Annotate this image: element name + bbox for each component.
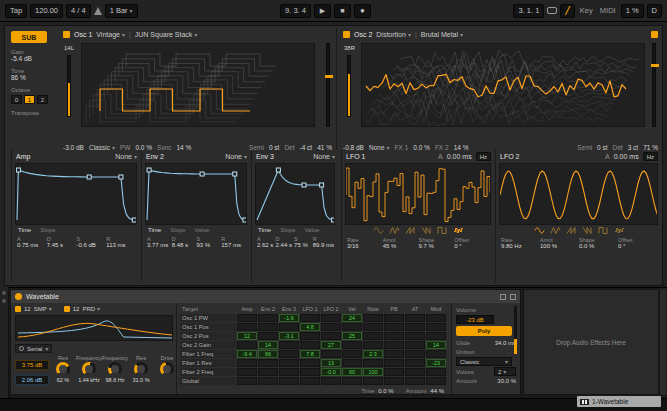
matrix-cell[interactable] bbox=[279, 377, 299, 385]
lfo2-shape[interactable]: 0.0 % bbox=[579, 243, 618, 249]
env2-decay[interactable]: 8.48 s bbox=[172, 242, 197, 248]
matrix-cell[interactable] bbox=[426, 314, 446, 322]
lfo-shape-saw-up-icon[interactable] bbox=[566, 226, 577, 235]
record-button[interactable]: ● bbox=[354, 4, 371, 18]
env3-release[interactable]: 89.9 ms bbox=[313, 242, 334, 248]
env2-attack[interactable]: 3.77 ms bbox=[147, 242, 172, 248]
matrix-cell[interactable] bbox=[384, 359, 404, 367]
audio-effects-drop-zone[interactable]: Drop Audio Effects Here bbox=[523, 289, 659, 395]
matrix-cell[interactable] bbox=[426, 332, 446, 340]
matrix-cell[interactable] bbox=[237, 314, 257, 322]
matrix-cell[interactable]: -0.0 bbox=[321, 368, 341, 376]
matrix-cell[interactable]: 4.8 bbox=[300, 323, 320, 331]
lfo-shape-saw-down-icon[interactable] bbox=[582, 226, 593, 235]
key-map-button[interactable]: Key bbox=[578, 6, 595, 15]
matrix-cell[interactable] bbox=[405, 359, 425, 367]
unison-mode-menu[interactable]: Classic▾ bbox=[456, 357, 512, 366]
matrix-cell[interactable] bbox=[279, 350, 299, 358]
matrix-cell[interactable] bbox=[279, 323, 299, 331]
matrix-cell[interactable]: 60 bbox=[342, 368, 362, 376]
matrix-cell[interactable] bbox=[384, 350, 404, 358]
quantize-menu[interactable]: 1 Bar▾ bbox=[105, 4, 138, 18]
lfo-shape-random-icon[interactable] bbox=[453, 226, 464, 235]
sub-osc-button[interactable]: SUB bbox=[11, 31, 47, 43]
matrix-cell[interactable] bbox=[258, 368, 278, 376]
matrix-cell[interactable] bbox=[279, 359, 299, 367]
matrix-column-amp[interactable]: Amp bbox=[237, 305, 257, 313]
matrix-cell[interactable] bbox=[384, 341, 404, 349]
lfo-shape-saw-up-icon[interactable] bbox=[405, 226, 416, 235]
matrix-amount-value[interactable]: 44 % bbox=[430, 388, 444, 394]
filter1-toggle[interactable] bbox=[15, 306, 21, 312]
tab-value[interactable]: Value bbox=[194, 227, 209, 233]
matrix-cell[interactable] bbox=[363, 359, 383, 367]
lfo-shape-sine-icon[interactable] bbox=[373, 226, 384, 235]
knob-frequency-2[interactable]: Frequency98.6 Hz bbox=[103, 355, 127, 383]
env3-attack[interactable]: 2.62 s bbox=[257, 242, 276, 248]
draw-mode-icon[interactable]: ╱ bbox=[560, 4, 575, 18]
lfo2-offset[interactable]: 0 ° bbox=[618, 243, 657, 249]
lfo1-shape[interactable]: 9.7 % bbox=[419, 243, 455, 249]
loop-start-display[interactable]: 3. 1. 1 bbox=[513, 4, 544, 18]
matrix-cell[interactable] bbox=[426, 368, 446, 376]
matrix-cell[interactable]: 27 bbox=[321, 341, 341, 349]
osc2-position-slider[interactable] bbox=[652, 43, 656, 127]
sub-gain-value[interactable]: -5.4 dB bbox=[11, 55, 57, 62]
matrix-column-env3[interactable]: Env 3 bbox=[279, 305, 299, 313]
volume-value[interactable]: -23 dB bbox=[456, 315, 494, 324]
matrix-cell[interactable] bbox=[426, 323, 446, 331]
matrix-cell[interactable] bbox=[258, 332, 278, 340]
matrix-cell[interactable] bbox=[384, 314, 404, 322]
matrix-cell[interactable] bbox=[384, 323, 404, 331]
device-title-bar[interactable]: Wavetable bbox=[11, 290, 520, 303]
tab-value[interactable]: Value bbox=[304, 227, 319, 233]
midi-map-button[interactable]: MIDI bbox=[598, 6, 618, 15]
collapse-editor-icon[interactable] bbox=[651, 31, 658, 38]
matrix-cell[interactable] bbox=[405, 341, 425, 349]
amp-routing-menu[interactable]: None▾ bbox=[115, 153, 137, 160]
filter2-circuit-menu[interactable]: PRD▾ bbox=[82, 305, 100, 312]
matrix-cell[interactable] bbox=[258, 377, 278, 385]
stop-button[interactable]: ■ bbox=[334, 4, 351, 18]
matrix-cell[interactable]: 12 bbox=[237, 332, 257, 340]
matrix-column-mod[interactable]: Mod bbox=[426, 305, 446, 313]
matrix-cell[interactable] bbox=[363, 377, 383, 385]
matrix-cell[interactable]: 66 bbox=[258, 350, 278, 358]
env3-decay[interactable]: 2.44 s bbox=[276, 242, 295, 248]
osc2-gain-slider[interactable] bbox=[347, 55, 351, 117]
tab-time[interactable]: Time bbox=[18, 227, 31, 233]
osc2-wavetable-menu[interactable]: Brutal Metal▾ bbox=[421, 31, 463, 38]
filter1-drive-value[interactable]: 3.75 dB bbox=[15, 360, 49, 370]
metronome-icon[interactable] bbox=[94, 7, 102, 15]
tab-time[interactable]: Time bbox=[148, 227, 161, 233]
tab-slope[interactable]: Slope bbox=[40, 227, 55, 233]
matrix-cell[interactable]: -9.4 bbox=[237, 350, 257, 358]
matrix-column-env2[interactable]: Env 2 bbox=[258, 305, 278, 313]
matrix-cell[interactable] bbox=[300, 341, 320, 349]
matrix-cell[interactable]: -1.6 bbox=[279, 314, 299, 322]
lfo-shape-sine-icon[interactable] bbox=[534, 226, 545, 235]
env2-routing-menu[interactable]: None▾ bbox=[225, 153, 247, 160]
matrix-cell[interactable]: 14 bbox=[426, 341, 446, 349]
matrix-cell[interactable] bbox=[279, 341, 299, 349]
matrix-cell[interactable] bbox=[384, 332, 404, 340]
matrix-cell[interactable] bbox=[258, 314, 278, 322]
matrix-cell[interactable] bbox=[237, 323, 257, 331]
matrix-cell[interactable] bbox=[321, 350, 341, 358]
matrix-cell[interactable] bbox=[405, 377, 425, 385]
voices-menu[interactable]: 2▾ bbox=[494, 367, 516, 376]
matrix-cell[interactable] bbox=[363, 323, 383, 331]
device-on-toggle[interactable] bbox=[15, 293, 22, 300]
amp-decay[interactable]: 7.45 s bbox=[47, 242, 77, 248]
matrix-cell[interactable]: -23 bbox=[426, 359, 446, 367]
matrix-cell[interactable] bbox=[237, 368, 257, 376]
lfo1-rate[interactable]: 3/16 bbox=[347, 243, 383, 249]
lfo-shape-triangle-icon[interactable] bbox=[389, 226, 400, 235]
matrix-cell[interactable] bbox=[300, 368, 320, 376]
filter-routing-menu[interactable]: Serial▾ bbox=[15, 344, 52, 353]
matrix-cell[interactable] bbox=[300, 314, 320, 322]
matrix-cell[interactable] bbox=[300, 359, 320, 367]
matrix-cell[interactable] bbox=[342, 323, 362, 331]
matrix-cell[interactable] bbox=[405, 314, 425, 322]
matrix-cell[interactable] bbox=[342, 341, 362, 349]
